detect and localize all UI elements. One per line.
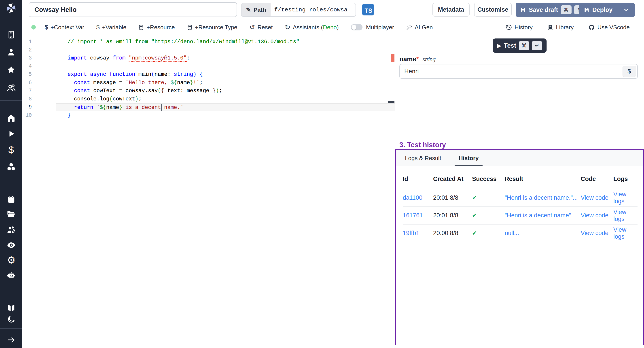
- add-context-var-button[interactable]: $ +Context Var: [45, 24, 84, 31]
- moon-icon[interactable]: [4, 313, 18, 326]
- code-line-9[interactable]: return `${name} is a decent name.`: [56, 103, 395, 112]
- script-name-input[interactable]: [28, 2, 237, 17]
- code-line-7[interactable]: const cowText = cowsay.say({ text: messa…: [56, 87, 395, 95]
- code-line-2[interactable]: [56, 46, 395, 54]
- code-token: ;: [187, 55, 190, 61]
- code-line-8[interactable]: console.log(cowText);: [56, 95, 395, 103]
- path-input[interactable]: [270, 3, 356, 16]
- multiplayer-toggle[interactable]: [351, 24, 362, 30]
- line-number-4: 4: [22, 62, 32, 71]
- code-token: from: [113, 55, 126, 61]
- history-button[interactable]: History: [506, 24, 533, 31]
- result-link[interactable]: null...: [505, 230, 581, 236]
- code-line-10[interactable]: }: [56, 112, 395, 120]
- created-at: 20:00 8/8: [433, 230, 472, 236]
- user-icon[interactable]: [4, 46, 18, 58]
- customise-button[interactable]: Customise: [474, 3, 512, 16]
- test-label: Test: [504, 42, 516, 49]
- save-draft-button[interactable]: Save draft ⌘ S: [516, 3, 590, 17]
- add-variable-button[interactable]: $ +Variable: [96, 24, 126, 31]
- insert-variable-button[interactable]: $: [622, 66, 636, 77]
- code-editor[interactable]: 12345678910 // import * as wmill from "h…: [22, 35, 395, 348]
- name-field-input[interactable]: [400, 64, 621, 78]
- view-logs-link[interactable]: View logs: [613, 226, 638, 240]
- path-label: Path: [254, 6, 266, 14]
- code-token: cowsay: [87, 55, 112, 61]
- windmill-logo[interactable]: [0, 1, 22, 15]
- eye-icon[interactable]: [4, 239, 18, 252]
- ai-gen-button[interactable]: AI Gen: [406, 24, 433, 31]
- add-resource-type-button[interactable]: +Resource Type: [187, 24, 238, 31]
- multiplayer-label: Multiplayer: [366, 24, 394, 31]
- topbar: ✎ Path TS Metadata Customise Save draft …: [22, 0, 644, 20]
- code-line-3[interactable]: import cowsay from "npm:cowsay@1.5.0";: [56, 54, 395, 62]
- reset-label: Reset: [258, 24, 272, 31]
- building-icon[interactable]: [4, 28, 18, 41]
- home-icon[interactable]: [4, 112, 18, 124]
- deploy-label: Deploy: [592, 6, 612, 14]
- use-vscode-button[interactable]: Use VScode: [588, 24, 630, 31]
- view-logs-link[interactable]: View logs: [613, 191, 638, 205]
- reset-button[interactable]: ↺ Reset: [249, 24, 272, 31]
- code-token: ): [135, 96, 138, 102]
- deploy-button[interactable]: Deploy: [579, 3, 635, 17]
- name-field-wrap: $: [399, 64, 638, 79]
- edit-path-button[interactable]: ✎ Path: [242, 3, 270, 16]
- command-key-badge: ⌘: [561, 5, 572, 14]
- assistants-button[interactable]: ↻ Assistants (Deno): [285, 24, 338, 31]
- view-code-link[interactable]: View code: [581, 212, 613, 219]
- deploy-dropdown-button[interactable]: [622, 6, 630, 13]
- library-button[interactable]: Library: [548, 24, 574, 31]
- code-token: name: [177, 80, 190, 86]
- test-history-panel: Logs & Result History Id Created At Succ…: [395, 150, 644, 345]
- code-line-5[interactable]: export async function main(name: string)…: [56, 70, 395, 79]
- robot-icon[interactable]: [4, 269, 18, 281]
- customise-label: Customise: [478, 6, 508, 13]
- tab-logs-result[interactable]: Logs & Result: [403, 155, 444, 166]
- sidebar-divider: [0, 328, 22, 329]
- sidebar: $⚙: [0, 0, 22, 348]
- book-open-icon[interactable]: [4, 302, 18, 314]
- run-id-link[interactable]: da1100: [403, 194, 433, 201]
- test-button[interactable]: ▶ Test ⌘ ↵: [492, 38, 546, 53]
- users-icon[interactable]: [4, 82, 18, 94]
- add-resource-button[interactable]: +Resource: [138, 24, 175, 31]
- run-id-link[interactable]: 19ffb1: [403, 230, 433, 236]
- metadata-button[interactable]: Metadata: [432, 3, 470, 16]
- wand-icon: [406, 24, 412, 30]
- calendar-icon[interactable]: [4, 193, 18, 206]
- pencil-icon: ✎: [246, 6, 251, 14]
- tab-history[interactable]: History: [456, 155, 481, 166]
- code-token: name: [154, 71, 168, 78]
- play-icon[interactable]: [4, 128, 18, 140]
- dollar-icon[interactable]: $: [4, 144, 18, 156]
- result-link[interactable]: "Henri is a decent name."...: [505, 194, 581, 201]
- code-token: {: [161, 88, 164, 94]
- use-vscode-label: Use VScode: [597, 24, 630, 31]
- result-link[interactable]: "Henri is a decent name"...: [505, 212, 581, 219]
- code-line-1[interactable]: // import * as wmill from "https://deno.…: [56, 38, 395, 46]
- history-row: 16176120:01 8/8✔"Henri is a decent name"…: [403, 207, 638, 224]
- code-token: [196, 71, 200, 78]
- gear-icon[interactable]: ⚙: [4, 254, 18, 266]
- view-code-link[interactable]: View code: [581, 230, 613, 236]
- add-context-var-label: +Context Var: [50, 24, 84, 31]
- star-icon[interactable]: [4, 64, 18, 76]
- save-icon: [520, 7, 526, 13]
- add-variable-label: +Variable: [102, 24, 126, 31]
- add-resource-label: +Resource: [146, 24, 175, 31]
- col-logs: Logs: [613, 176, 638, 182]
- view-logs-link[interactable]: View logs: [613, 209, 638, 222]
- folder-open-icon[interactable]: [4, 208, 18, 220]
- field-type: string: [422, 56, 436, 62]
- run-id-link[interactable]: 161761: [403, 212, 433, 219]
- code-line-4[interactable]: [56, 62, 395, 71]
- indent-guide: [68, 78, 68, 112]
- users-gear-icon[interactable]: [4, 224, 18, 236]
- success-check-icon: ✔: [472, 194, 505, 201]
- arrow-right-icon[interactable]: [4, 334, 18, 346]
- code-line-6[interactable]: const message = `Hello there, ${name}!`;: [56, 79, 395, 87]
- code-token: cowText = cowsay.say: [90, 88, 158, 94]
- view-code-link[interactable]: View code: [581, 194, 613, 201]
- boxes-icon[interactable]: [4, 160, 18, 173]
